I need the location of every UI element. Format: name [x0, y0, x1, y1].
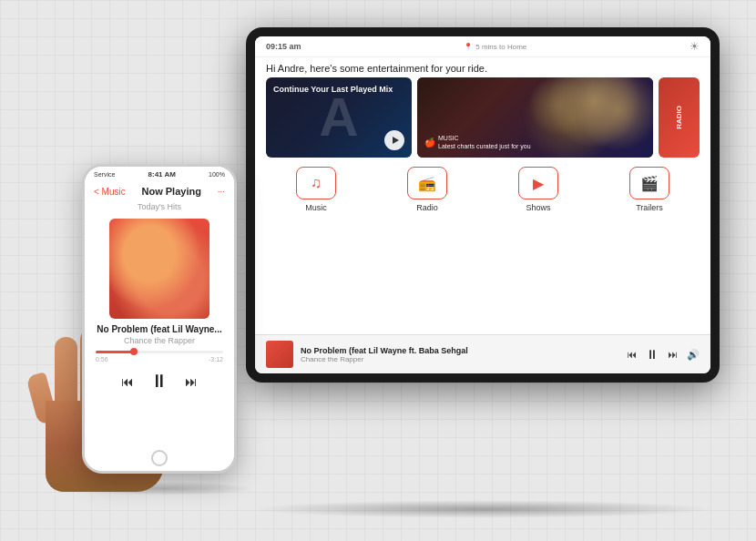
volume-button[interactable]: 🔊: [687, 349, 700, 361]
apple-music-badge: 🍎 MUSIC Latest charts curated just for y…: [424, 135, 531, 150]
radio-icon-box[interactable]: 📻: [407, 167, 447, 199]
card-apple-music[interactable]: 🍎 MUSIC Latest charts curated just for y…: [417, 77, 653, 158]
elapsed-time: 0:56: [96, 356, 108, 362]
nowplaying-artist: Chance the Rapper: [301, 355, 619, 363]
skip-forward-button[interactable]: ⏭: [668, 349, 678, 360]
tablet-nowplaying-bar: No Problem (feat Lil Wayne ft. Baba Sehg…: [255, 334, 710, 373]
tablet-shadow: [250, 500, 715, 518]
skip-back-button[interactable]: ⏮: [627, 349, 637, 360]
radio-icon: 📻: [418, 175, 436, 192]
card-last-played[interactable]: A Continue Your Last Played Mix: [266, 77, 412, 158]
tablet-statusbar: 09:15 am 📍 5 mins to Home ☀: [255, 36, 710, 57]
music-icon-box[interactable]: ♫: [296, 167, 336, 199]
shows-icon: ▶: [533, 175, 544, 192]
nowplaying-controls: ⏮ ⏸ ⏭ 🔊: [627, 347, 700, 362]
tablet-screen: 09:15 am 📍 5 mins to Home ☀ Hi Andre, he…: [255, 36, 710, 373]
shows-label: Shows: [526, 203, 550, 212]
location-pin-icon: 📍: [464, 43, 473, 51]
nowplaying-thumbnail: [266, 341, 293, 368]
apple-icon: 🍎: [424, 138, 435, 148]
tablet-nav: ♫ Music 📻 Radio ▶ Shows 🎬 Tr: [255, 159, 710, 219]
apple-music-logo: 🍎 MUSIC Latest charts curated just for y…: [424, 135, 531, 150]
radio-label: RADIO: [675, 106, 683, 129]
nav-trailers[interactable]: 🎬 Trailers: [599, 167, 700, 212]
trailers-icon-box[interactable]: 🎬: [629, 167, 669, 199]
phone-album-art: [109, 219, 209, 319]
phone-screen-title: Now Playing: [141, 186, 200, 197]
phone-home-button[interactable]: [151, 450, 168, 466]
nav-music[interactable]: ♫ Music: [266, 167, 366, 212]
nav-radio[interactable]: 📻 Radio: [377, 167, 477, 212]
phone-carrier: Service: [94, 171, 115, 178]
phone-statusbar: Service 8:41 AM 100%: [85, 167, 234, 182]
pause-button[interactable]: ⏸: [646, 347, 659, 362]
progress-fill: [96, 351, 134, 353]
music-label: Music: [305, 203, 327, 212]
phone-skip-forward[interactable]: ⏭: [185, 374, 198, 389]
phone-pause-button[interactable]: ⏸: [150, 371, 169, 392]
back-button[interactable]: < Music: [94, 187, 126, 197]
trailers-label: Trailers: [636, 203, 663, 212]
progress-handle[interactable]: [130, 348, 138, 355]
song-title: No Problem (feat Lil Wayne...: [85, 324, 234, 336]
album-art-image: [109, 219, 209, 319]
tablet-cards-row: A Continue Your Last Played Mix 🍎 MUSIC …: [255, 77, 710, 159]
phone-skip-back[interactable]: ⏮: [121, 374, 134, 389]
trailers-icon: 🎬: [640, 175, 659, 192]
card-bg-letter: A: [319, 90, 358, 145]
play-button[interactable]: [384, 130, 404, 150]
remaining-time: -3:12: [209, 356, 223, 362]
brightness-icon[interactable]: ☀: [690, 40, 700, 53]
tablet-location: 📍 5 mins to Home: [464, 43, 526, 51]
card-radio[interactable]: RADIO: [659, 77, 700, 158]
tablet-time: 09:15 am: [266, 42, 301, 51]
progress-bar[interactable]: [96, 351, 223, 353]
more-button[interactable]: ···: [218, 187, 225, 197]
phone-device: Service 8:41 AM 100% < Music Now Playing…: [82, 164, 237, 474]
tablet-device: 09:15 am 📍 5 mins to Home ☀ Hi Andre, he…: [246, 27, 720, 383]
phone-battery: 100%: [209, 171, 225, 178]
apple-music-brand: MUSIC Latest charts curated just for you: [438, 135, 531, 150]
card-last-played-title: Continue Your Last Played Mix: [273, 85, 393, 96]
hand-finger-1: [55, 337, 77, 410]
nowplaying-info: No Problem (feat Lil Wayne ft. Baba Sehg…: [301, 346, 619, 363]
nav-shows[interactable]: ▶ Shows: [488, 167, 588, 212]
tablet-greeting: Hi Andre, here's some entertainment for …: [255, 57, 710, 77]
song-artist: Chance the Rapper: [85, 336, 234, 351]
progress-container[interactable]: [85, 351, 234, 353]
phone-screen: Service 8:41 AM 100% < Music Now Playing…: [85, 167, 234, 471]
playlist-label: Today's Hits: [85, 200, 234, 213]
phone-header: < Music Now Playing ···: [85, 182, 234, 200]
radio-label-nav: Radio: [416, 203, 438, 212]
phone-controls: ⏮ ⏸ ⏭: [85, 365, 234, 397]
nowplaying-title: No Problem (feat Lil Wayne ft. Baba Sehg…: [301, 346, 619, 355]
music-icon: ♫: [311, 175, 322, 191]
shows-icon-box[interactable]: ▶: [518, 167, 558, 199]
phone-time: 8:41 AM: [148, 170, 176, 179]
time-indicators: 0:56 -3:12: [85, 353, 234, 365]
